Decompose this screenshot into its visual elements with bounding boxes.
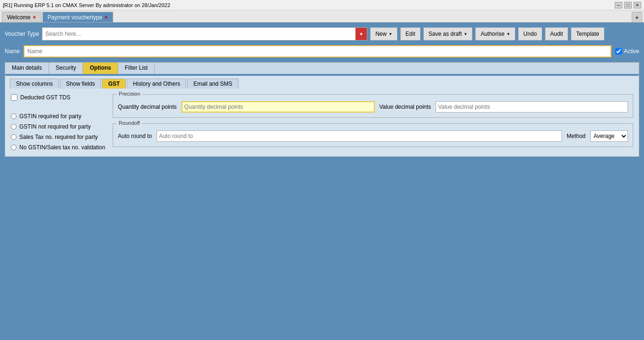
edit-button[interactable]: Edit	[400, 27, 421, 40]
sub-tab-show-columns[interactable]: Show columns	[10, 79, 59, 89]
tab-welcome[interactable]: Welcome ✕	[2, 12, 41, 22]
no-gstin-validation-label: No GSTIN/Sales tax no. validation	[19, 144, 105, 151]
edit-button-label: Edit	[405, 31, 415, 37]
title-bar-title: [R1] Running ERP 5.1 on CMAX Server By a…	[3, 2, 170, 8]
value-decimal-label: Value decimal points	[380, 104, 431, 110]
audit-button[interactable]: Audit	[545, 27, 568, 40]
tab-welcome-label: Welcome	[7, 14, 31, 21]
tab-welcome-close[interactable]: ✕	[33, 15, 36, 20]
tab-payment-vouchertype-label: Payment vouchertype	[48, 14, 102, 21]
undo-button[interactable]: Undo	[518, 27, 542, 40]
search-container: ▼	[42, 27, 367, 40]
gst-layout: Deducted GST TDS GSTIN required for part…	[11, 94, 633, 151]
template-button[interactable]: Template	[571, 27, 604, 40]
left-options: Deducted GST TDS GSTIN required for part…	[11, 94, 105, 151]
gstin-not-required-radio[interactable]	[11, 124, 17, 130]
title-bar-controls: ─ □ ✕	[615, 2, 641, 8]
tab-options[interactable]: Options	[83, 63, 118, 74]
close-button[interactable]: ✕	[634, 2, 641, 8]
precision-group-title: Precision	[117, 91, 142, 97]
tab-security[interactable]: Security	[49, 63, 83, 74]
panel: Main details Security Options Filter Lis…	[5, 62, 639, 157]
authorise-arrow: ▼	[506, 32, 510, 36]
new-button-arrow: ▼	[388, 32, 392, 36]
active-checkbox-area: Active	[615, 48, 639, 55]
name-row: Name Active	[5, 45, 639, 57]
toolbar: Voucher Type ▼ New ▼ Edit Save as draft …	[5, 27, 639, 40]
roundoff-row: Auto round to Method Average Up Down	[118, 130, 628, 142]
sub-tab-email-sms[interactable]: Email and SMS	[187, 79, 239, 89]
tab-main-details[interactable]: Main details	[5, 63, 49, 74]
undo-label: Undo	[523, 31, 537, 37]
gst-tab-content: Deducted GST TDS GSTIN required for part…	[5, 89, 639, 156]
no-gstin-validation-row: No GSTIN/Sales tax no. validation	[11, 144, 105, 151]
deducted-gst-tds-row: Deducted GST TDS	[11, 94, 105, 101]
roundoff-group-title: Roundoff	[117, 120, 141, 126]
voucher-type-label: Voucher Type	[5, 31, 39, 37]
no-gstin-validation-radio[interactable]	[11, 145, 17, 150]
save-as-draft-label: Save as draft	[429, 31, 462, 37]
deducted-gst-tds-checkbox[interactable]	[11, 94, 17, 101]
auto-round-to-label: Auto round to	[118, 133, 152, 139]
right-options: Precision Quantity decimal points Value …	[113, 94, 633, 151]
method-select[interactable]: Average Up Down	[590, 130, 628, 142]
gstin-required-row: GSTIN required for party	[11, 113, 105, 120]
sub-tabs: Show columns Show fields GST History and…	[5, 76, 639, 89]
audit-label: Audit	[550, 31, 563, 37]
name-input[interactable]	[24, 45, 611, 57]
precision-group: Precision Quantity decimal points Value …	[113, 94, 633, 118]
tab-payment-vouchertype[interactable]: Payment vouchertype ✕	[42, 12, 113, 22]
sub-tab-gst[interactable]: GST	[102, 79, 126, 89]
sales-tax-required-row: Sales Tax no. required for party	[11, 134, 105, 140]
gstin-required-radio[interactable]	[11, 113, 17, 119]
template-label: Template	[576, 31, 599, 37]
authorise-label: Authorise	[480, 31, 504, 37]
tab-bar: Welcome ✕ Payment vouchertype ✕ +	[0, 10, 644, 23]
deducted-gst-tds-label: Deducted GST TDS	[20, 94, 70, 101]
value-decimal-input[interactable]	[436, 101, 628, 113]
new-button[interactable]: New ▼	[370, 27, 397, 40]
name-field-label: Name	[5, 48, 20, 55]
search-dropdown-button[interactable]: ▼	[355, 28, 367, 40]
tab-add-button[interactable]: +	[632, 12, 642, 22]
precision-row: Quantity decimal points Value decimal po…	[118, 101, 628, 113]
tab-filter-list[interactable]: Filter List	[118, 63, 155, 74]
tab-payment-vouchertype-close[interactable]: ✕	[104, 15, 108, 20]
maximize-button[interactable]: □	[624, 2, 632, 8]
gstin-not-required-row: GSTIN not required for party	[11, 123, 105, 130]
method-label: Method	[567, 133, 586, 139]
gstin-required-label: GSTIN required for party	[19, 113, 81, 120]
main-content: Voucher Type ▼ New ▼ Edit Save as draft …	[0, 23, 644, 162]
authorise-button[interactable]: Authorise ▼	[475, 27, 515, 40]
gstin-not-required-label: GSTIN not required for party	[19, 123, 91, 130]
active-label: Active	[624, 48, 639, 55]
qty-decimal-input[interactable]	[182, 101, 375, 113]
title-bar: [R1] Running ERP 5.1 on CMAX Server By a…	[0, 0, 644, 10]
minimize-button[interactable]: ─	[615, 2, 622, 8]
sales-tax-required-label: Sales Tax no. required for party	[19, 134, 98, 140]
sub-tab-show-fields[interactable]: Show fields	[60, 79, 101, 89]
main-tabs: Main details Security Options Filter Lis…	[5, 63, 639, 75]
auto-round-to-input[interactable]	[157, 130, 562, 142]
save-draft-arrow: ▼	[464, 32, 468, 36]
sales-tax-required-radio[interactable]	[11, 134, 17, 140]
active-checkbox[interactable]	[615, 48, 622, 55]
sub-tab-history-others[interactable]: History and Others	[127, 79, 186, 89]
qty-decimal-label: Quantity decimal points	[118, 104, 177, 110]
roundoff-group: Roundoff Auto round to Method Average Up…	[113, 123, 633, 147]
save-as-draft-button[interactable]: Save as draft ▼	[423, 27, 473, 40]
search-input[interactable]	[42, 28, 355, 40]
new-button-label: New	[375, 31, 387, 37]
